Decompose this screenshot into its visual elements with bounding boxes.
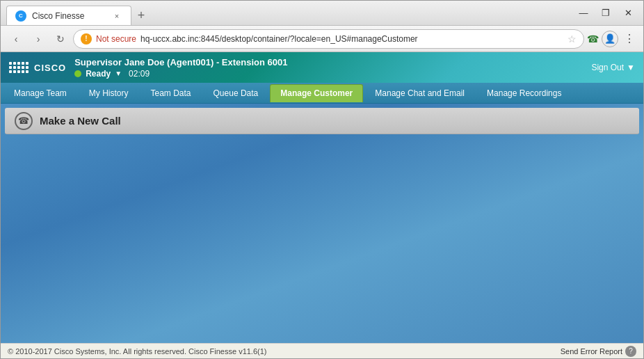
tab-manage-customer[interactable]: Manage Customer bbox=[270, 84, 363, 102]
not-secure-label: Not secure bbox=[96, 34, 136, 44]
tab-favicon: C bbox=[15, 10, 26, 22]
help-icon[interactable]: ? bbox=[625, 346, 636, 357]
url-display: hq-uccx.abc.inc:8445/desktop/container/?… bbox=[140, 34, 563, 44]
tab-title: Cisco Finesse bbox=[32, 11, 84, 21]
title-bar: C Cisco Finesse × + — ❐ ✕ bbox=[1, 1, 643, 26]
main-content-area bbox=[1, 138, 643, 343]
address-bar-row: ‹ › ↻ ! Not secure hq-uccx.abc.inc:8445/… bbox=[1, 26, 643, 52]
cisco-bars-icon bbox=[9, 62, 29, 73]
cisco-logo: CISCO bbox=[9, 62, 66, 73]
send-error-report-button[interactable]: Send Error Report bbox=[561, 347, 622, 356]
forward-button[interactable]: › bbox=[29, 29, 48, 49]
refresh-button[interactable]: ↻ bbox=[51, 29, 70, 49]
tab-queue-data[interactable]: Queue Data bbox=[203, 84, 269, 102]
status-indicator bbox=[74, 70, 81, 77]
tab-manage-team[interactable]: Manage Team bbox=[3, 84, 77, 102]
footer-right: Send Error Report ? bbox=[561, 346, 636, 357]
minimize-button[interactable]: — bbox=[574, 3, 593, 23]
agent-info: Supervisor Jane Doe (Agent001) - Extensi… bbox=[74, 57, 583, 79]
new-tab-button[interactable]: + bbox=[131, 6, 151, 25]
finesse-header: CISCO Supervisor Jane Doe (Agent001) - E… bbox=[1, 52, 643, 83]
footer-copyright: © 2010-2017 Cisco Systems, Inc. All righ… bbox=[8, 347, 561, 356]
address-bar[interactable]: ! Not secure hq-uccx.abc.inc:8445/deskto… bbox=[73, 29, 584, 49]
call-label: Make a New Call bbox=[40, 115, 121, 127]
finesse-app: CISCO Supervisor Jane Doe (Agent001) - E… bbox=[1, 52, 643, 358]
back-button[interactable]: ‹ bbox=[6, 29, 26, 49]
finesse-nav: Manage Team My History Team Data Queue D… bbox=[1, 83, 643, 104]
phone-icon[interactable]: ☎ bbox=[587, 33, 599, 45]
tab-area: C Cisco Finesse × + bbox=[6, 1, 568, 25]
status-label: Ready bbox=[86, 69, 111, 79]
bookmark-icon[interactable]: ☆ bbox=[567, 33, 577, 45]
tab-team-data[interactable]: Team Data bbox=[140, 84, 202, 102]
active-tab[interactable]: C Cisco Finesse × bbox=[6, 6, 131, 25]
browser-menu-button[interactable]: ⋮ bbox=[621, 32, 638, 45]
close-window-button[interactable]: ✕ bbox=[618, 3, 638, 23]
finesse-footer: © 2010-2017 Cisco Systems, Inc. All righ… bbox=[1, 343, 643, 358]
agent-name: Supervisor Jane Doe (Agent001) - Extensi… bbox=[74, 57, 583, 67]
security-warning-icon: ! bbox=[81, 33, 92, 45]
tab-manage-recordings[interactable]: Manage Recordings bbox=[476, 84, 572, 102]
tab-my-history[interactable]: My History bbox=[79, 84, 139, 102]
tab-manage-chat-email[interactable]: Manage Chat and Email bbox=[364, 84, 475, 102]
profile-icon[interactable]: 👤 bbox=[602, 31, 618, 47]
close-tab-button[interactable]: × bbox=[111, 10, 122, 22]
agent-status: Ready ▼ 02:09 bbox=[74, 69, 583, 79]
status-dropdown-arrow[interactable]: ▼ bbox=[115, 70, 122, 77]
finesse-content: ☎ Make a New Call bbox=[1, 104, 643, 343]
window-controls: — ❐ ✕ bbox=[574, 3, 638, 23]
phone-circle-icon: ☎ bbox=[15, 112, 33, 130]
sign-out-button[interactable]: Sign Out ▼ bbox=[591, 63, 635, 72]
status-timer: 02:09 bbox=[129, 69, 150, 79]
browser-window: C Cisco Finesse × + — ❐ ✕ ‹ › ↻ ! Not se… bbox=[0, 0, 644, 359]
make-call-bar[interactable]: ☎ Make a New Call bbox=[5, 108, 639, 134]
restore-button[interactable]: ❐ bbox=[596, 3, 615, 23]
sign-out-arrow-icon: ▼ bbox=[627, 63, 635, 72]
cisco-text: CISCO bbox=[34, 63, 66, 73]
